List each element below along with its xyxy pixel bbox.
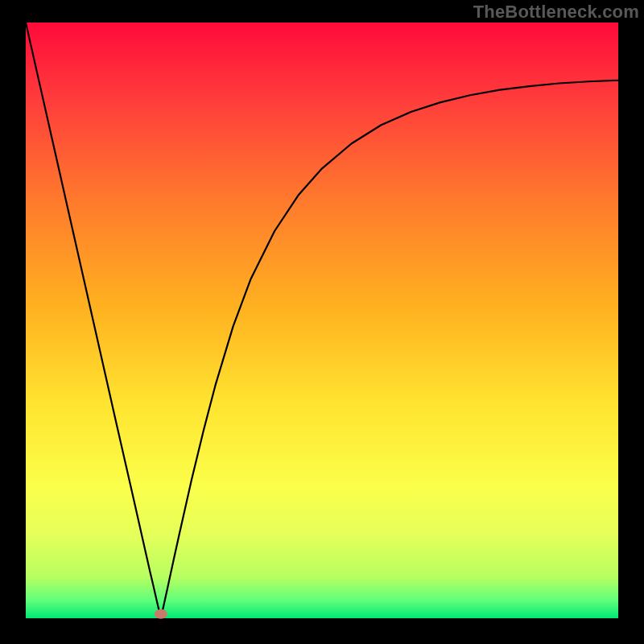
chart-plot <box>0 0 644 644</box>
watermark-text: TheBottleneck.com <box>473 2 639 23</box>
chart-frame: TheBottleneck.com <box>0 0 644 644</box>
optimal-point-marker <box>155 609 167 619</box>
plot-background <box>26 23 618 618</box>
